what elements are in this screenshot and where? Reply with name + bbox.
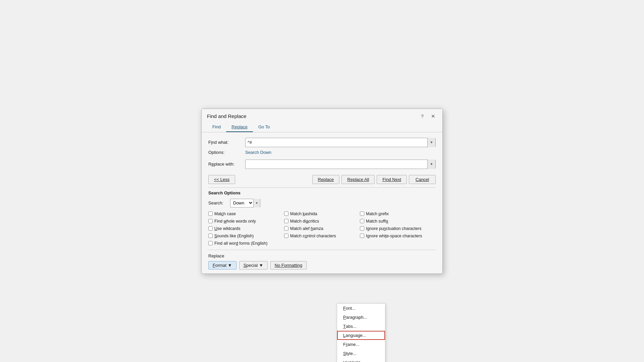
help-button[interactable]: ? [418, 112, 426, 120]
tabs-bar: Find Replace Go To [202, 122, 442, 132]
match-suffix-checkbox[interactable] [360, 219, 364, 223]
find-what-row: Find what: ▼ [208, 138, 436, 147]
find-what-label: Find what: [208, 140, 245, 145]
replace-button[interactable]: Replace [312, 175, 340, 184]
sounds-like-label[interactable]: Sounds like (English) [214, 234, 254, 238]
replace-with-input-wrap: ▼ [245, 160, 436, 169]
special-button[interactable]: Special ▼ [239, 261, 268, 269]
less-button[interactable]: << Less [208, 175, 235, 184]
replace-with-input[interactable] [246, 161, 427, 167]
checkbox-match-suffix: Match suffix [360, 218, 436, 224]
checkbox-sounds-like: Sounds like (English) [208, 233, 284, 239]
checkbox-col-1: Match case Find whole words only Use wil… [208, 211, 284, 246]
search-options-title: Search Options [208, 190, 436, 195]
find-replace-dialog: Find and Replace ? ✕ Find Replace Go To … [201, 109, 443, 274]
ignore-punctuation-label[interactable]: Ignore punctuation characters [366, 226, 421, 231]
find-all-word-forms-label[interactable]: Find all word forms (English) [214, 241, 267, 246]
find-what-input-wrap: ▼ [245, 138, 436, 147]
menu-item-tabs[interactable]: Tabs... [337, 322, 385, 331]
match-case-checkbox[interactable] [208, 212, 213, 216]
find-whole-words-label[interactable]: Find whole words only [214, 219, 256, 224]
match-case-label[interactable]: Match case [214, 212, 236, 216]
search-row: Search: Down All Up ▼ [208, 199, 436, 207]
checkbox-ignore-punctuation: Ignore punctuation characters [360, 226, 436, 232]
search-label: Search: [208, 200, 230, 205]
checkbox-match-kashida: Match kashida [284, 211, 360, 217]
match-suffix-label[interactable]: Match suffix [366, 219, 388, 224]
match-diacritics-checkbox[interactable] [284, 219, 288, 223]
match-prefix-checkbox[interactable] [360, 212, 364, 216]
checkbox-col-3: Match prefix Match suffix Ignore punctua… [360, 211, 436, 246]
dialog-controls: ? ✕ [418, 112, 437, 120]
checkbox-use-wildcards: Use wildcards [208, 226, 284, 232]
checkbox-match-control-characters: Match control characters [284, 233, 360, 239]
replace-with-row: Replace with: ▼ [208, 160, 436, 169]
checkboxes-grid: Match case Find whole words only Use wil… [208, 211, 436, 246]
tab-find[interactable]: Find [207, 122, 226, 132]
ignore-whitespace-checkbox[interactable] [360, 234, 364, 238]
match-kashida-checkbox[interactable] [284, 212, 288, 216]
menu-item-frame[interactable]: Frame... [337, 340, 385, 349]
use-wildcards-checkbox[interactable] [208, 226, 213, 231]
find-all-word-forms-checkbox[interactable] [208, 241, 213, 245]
checkbox-find-all-word-forms: Find all word forms (English) [208, 240, 284, 246]
ignore-whitespace-label[interactable]: Ignore white-space characters [366, 234, 422, 238]
menu-item-font[interactable]: Font... [337, 304, 385, 313]
replace-with-label: Replace with: [208, 162, 245, 167]
checkbox-col-2: Match kashida Match diacritics Match ale… [284, 211, 360, 246]
match-alef-hamza-checkbox[interactable] [284, 226, 288, 231]
match-prefix-label[interactable]: Match prefix [366, 212, 389, 216]
search-select-wrap: Down All Up ▼ [230, 199, 260, 207]
checkbox-match-case: Match case [208, 211, 284, 217]
options-row: Options: Search Down [208, 150, 436, 155]
replace-with-dropdown-arrow[interactable]: ▼ [427, 160, 435, 169]
find-what-dropdown-arrow[interactable]: ▼ [427, 138, 435, 147]
sounds-like-checkbox[interactable] [208, 234, 213, 238]
search-select-arrow[interactable]: ▼ [253, 199, 260, 207]
match-alef-hamza-label[interactable]: Match alef hamza [290, 226, 323, 231]
ignore-punctuation-checkbox[interactable] [360, 226, 364, 231]
use-wildcards-label[interactable]: Use wildcards [214, 226, 240, 231]
options-label: Options: [208, 150, 245, 155]
match-diacritics-label[interactable]: Match diacritics [290, 219, 319, 224]
cancel-button[interactable]: Cancel [409, 175, 436, 184]
match-control-characters-checkbox[interactable] [284, 234, 288, 238]
find-whole-words-checkbox[interactable] [208, 219, 213, 223]
dialog-title: Find and Replace [207, 113, 247, 119]
checkbox-ignore-whitespace: Ignore white-space characters [360, 233, 436, 239]
menu-item-highlight[interactable]: Highlight [337, 358, 385, 362]
replace-section: Replace Format ▼ Special ▼ No Formatting [208, 250, 436, 269]
find-next-button[interactable]: Find Next [377, 175, 407, 184]
format-button[interactable]: Format ▼ [208, 261, 236, 269]
tab-replace[interactable]: Replace [226, 122, 253, 132]
main-buttons-row: << Less Replace Replace All Find Next Ca… [208, 175, 436, 184]
menu-item-style[interactable]: Style... [337, 349, 385, 358]
find-what-input[interactable] [246, 139, 427, 145]
menu-item-paragraph[interactable]: Paragraph... [337, 313, 385, 322]
replace-buttons: Format ▼ Special ▼ No Formatting [208, 261, 436, 269]
no-formatting-button[interactable]: No Formatting [270, 261, 307, 269]
dialog-body: Find what: ▼ Options: Search Down Replac… [202, 132, 442, 274]
menu-item-language[interactable]: Language... [337, 331, 385, 340]
close-button[interactable]: ✕ [429, 112, 437, 120]
checkbox-match-diacritics: Match diacritics [284, 218, 360, 224]
search-select[interactable]: Down All Up [230, 199, 253, 206]
checkbox-match-prefix: Match prefix [360, 211, 436, 217]
format-dropdown-menu: Font... Paragraph... Tabs... Language...… [337, 303, 385, 362]
replace-all-button[interactable]: Replace All [341, 175, 375, 184]
checkbox-find-whole-words: Find whole words only [208, 218, 284, 224]
match-kashida-label[interactable]: Match kashida [290, 212, 317, 216]
match-control-characters-label[interactable]: Match control characters [290, 234, 336, 238]
divider-1 [208, 187, 436, 188]
checkbox-match-alef-hamza: Match alef hamza [284, 226, 360, 232]
options-value: Search Down [245, 150, 271, 155]
dialog-titlebar: Find and Replace ? ✕ [202, 109, 442, 122]
tab-goto[interactable]: Go To [253, 122, 275, 132]
replace-section-title: Replace [208, 253, 436, 258]
